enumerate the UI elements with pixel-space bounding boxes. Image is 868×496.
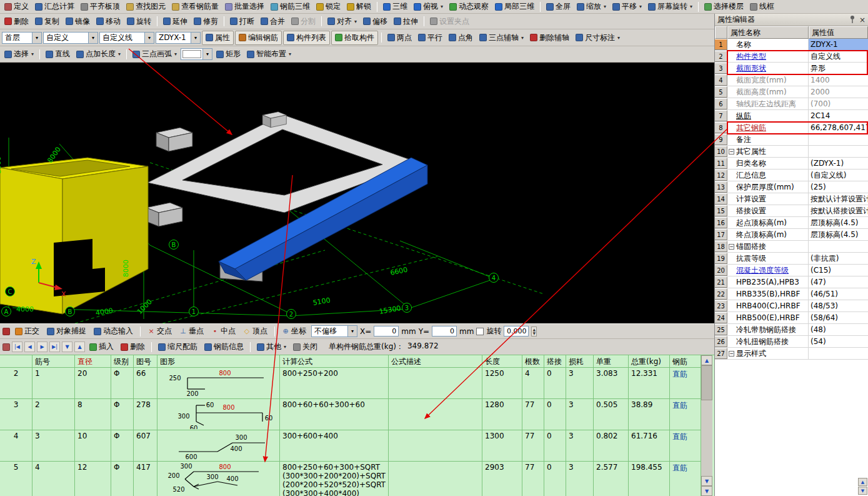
- property-row-number[interactable]: 8: [715, 122, 727, 133]
- select-floor-button[interactable]: 选择楼层: [702, 1, 746, 13]
- property-row-number[interactable]: 5: [715, 86, 727, 98]
- scrollbar-thumb[interactable]: [701, 365, 712, 400]
- property-name[interactable]: 搭接设置: [727, 205, 809, 216]
- property-row-number[interactable]: 15: [715, 205, 727, 216]
- category-combo[interactable]: 自定义▾: [43, 32, 98, 44]
- property-value[interactable]: (C15): [809, 265, 868, 276]
- extend-button[interactable]: 延伸: [161, 16, 190, 28]
- edit-rebar-button[interactable]: 编辑钢筋: [235, 31, 282, 45]
- move-prev-button[interactable]: ◀: [24, 342, 35, 352]
- property-value[interactable]: 2C14: [809, 110, 868, 121]
- yellow-channel-wall[interactable]: [0, 158, 148, 314]
- move-next-button[interactable]: ▶: [37, 342, 47, 352]
- dropdown-arrow-icon[interactable]: ▾: [144, 33, 154, 43]
- property-row-number[interactable]: 4: [715, 74, 727, 86]
- dropdown-arrow-icon[interactable]: ▾: [118, 51, 121, 57]
- property-name[interactable]: −锚固搭接: [727, 241, 809, 252]
- column-header-cell-pattern-number[interactable]: 图号: [134, 355, 157, 368]
- column-header-cell-loss[interactable]: 损耗(%): [566, 355, 594, 368]
- property-name[interactable]: 构件类型: [727, 51, 809, 62]
- move-first-button[interactable]: |◀: [12, 342, 22, 352]
- smart-layout-button[interactable]: 智能布置▾: [244, 48, 294, 60]
- property-value[interactable]: (48/53): [809, 300, 868, 311]
- dropdown-arrow-icon[interactable]: ▾: [289, 51, 291, 57]
- dropdown-arrow-icon[interactable]: ▾: [441, 4, 443, 9]
- screen-rotate-button[interactable]: 屏幕旋转▾: [646, 1, 695, 13]
- property-value[interactable]: [809, 146, 868, 157]
- property-row-number[interactable]: 12: [715, 170, 727, 181]
- rotate-check-spinner[interactable]: ▲▼: [531, 326, 537, 337]
- y-field-input[interactable]: 0: [432, 326, 457, 337]
- header-property-name[interactable]: 属性名称: [727, 26, 809, 39]
- rebar-info-button[interactable]: 钢筋信息: [202, 341, 246, 353]
- pick-element-button[interactable]: 拾取构件: [331, 31, 378, 45]
- mirror-button[interactable]: 镜像: [63, 16, 92, 28]
- property-name[interactable]: 混凝土强度等级: [727, 265, 809, 276]
- property-row-number[interactable]: 1: [715, 39, 727, 50]
- column-header-cell-length[interactable]: 长度(mm): [482, 355, 522, 368]
- delete-row-button[interactable]: 删除: [118, 341, 147, 353]
- unlock-button[interactable]: 解锁: [344, 1, 374, 13]
- property-panel-scroll-arrows[interactable]: ▲▼: [858, 478, 867, 495]
- property-name[interactable]: 终点顶标高(m): [727, 229, 809, 240]
- scale-rebar-button[interactable]: 缩尺配筋: [156, 341, 200, 353]
- pedestal-block-2[interactable]: [146, 203, 182, 226]
- property-name[interactable]: 纵筋: [727, 110, 809, 121]
- view-3d-button[interactable]: 三维: [381, 1, 410, 13]
- viewport-3d-canvas[interactable]: Z X: [0, 63, 714, 323]
- perpendicular-button[interactable]: ⊥垂点: [177, 325, 206, 337]
- dropdown-arrow-icon[interactable]: ▾: [191, 33, 200, 43]
- property-name[interactable]: −显示样式: [727, 348, 809, 359]
- property-value[interactable]: 层顶标高(4.5): [809, 217, 868, 228]
- row-header[interactable]: 4: [0, 430, 32, 462]
- align-button[interactable]: 对齐▾: [325, 16, 359, 28]
- three-point-arc-button[interactable]: 三点画弧▾: [130, 48, 179, 60]
- column-header-cell-rebar-type[interactable]: 钢筋: [670, 355, 701, 368]
- stretch-button[interactable]: 拉伸: [391, 16, 421, 28]
- rotate-check-checkbox[interactable]: [476, 328, 484, 335]
- move-last-button[interactable]: ▶|: [49, 342, 60, 352]
- property-name[interactable]: HRB335(B),HRBF: [727, 288, 809, 300]
- property-value[interactable]: (46/51): [809, 288, 868, 300]
- property-value[interactable]: 2000: [809, 86, 868, 98]
- column-header-cell-formula-desc[interactable]: 公式描述: [389, 355, 482, 368]
- lock-button[interactable]: 锁定: [314, 1, 343, 13]
- property-value[interactable]: (48): [809, 324, 868, 335]
- row-down-button[interactable]: ▼: [62, 342, 72, 352]
- property-value[interactable]: 按默认搭接设置计算: [809, 205, 868, 216]
- scroll-down2-icon[interactable]: ▼: [701, 486, 712, 496]
- property-name[interactable]: 抗震等级: [727, 253, 809, 264]
- property-row-number[interactable]: 16: [715, 217, 727, 228]
- select-tool-button[interactable]: 选择▾: [2, 48, 36, 60]
- property-name[interactable]: 冷轧带肋钢筋搭接: [727, 324, 809, 335]
- floor-combo[interactable]: 首层▾: [2, 32, 42, 44]
- property-name[interactable]: HPB235(A),HPB3: [727, 276, 809, 288]
- full-screen-button[interactable]: 全屏: [544, 1, 573, 13]
- property-row-number[interactable]: 19: [715, 253, 727, 264]
- property-value[interactable]: (47): [809, 276, 868, 288]
- column-header-cell-diameter[interactable]: 直径(mm): [75, 355, 111, 368]
- property-name[interactable]: 计算设置: [727, 193, 809, 205]
- property-name[interactable]: −其它属性: [727, 146, 809, 157]
- property-value[interactable]: [809, 134, 868, 145]
- point-plus-length-button[interactable]: 点加长度▾: [74, 48, 123, 60]
- dropdown-arrow-icon[interactable]: ▾: [604, 4, 606, 9]
- property-name[interactable]: 汇总信息: [727, 170, 809, 181]
- element-list-button[interactable]: 构件列表: [283, 31, 330, 45]
- collapse-icon[interactable]: −: [729, 149, 734, 154]
- property-name[interactable]: HRB500(E),HRBF: [727, 312, 809, 323]
- element-combo[interactable]: ZDYX-1▾: [156, 32, 201, 44]
- property-row-number[interactable]: 3: [715, 63, 727, 74]
- column-header-cell-shape[interactable]: 图形: [157, 355, 280, 368]
- two-point-button[interactable]: 两点: [385, 32, 414, 44]
- collapse-icon[interactable]: −: [729, 351, 734, 357]
- scroll-up-icon[interactable]: ▲: [701, 355, 712, 365]
- property-name[interactable]: 归类名称: [727, 158, 809, 169]
- intersection-button[interactable]: ×交点: [145, 325, 174, 337]
- property-row-number[interactable]: 11: [715, 158, 727, 169]
- zoom-button[interactable]: 缩放▾: [574, 1, 609, 13]
- property-value[interactable]: (自定义线): [809, 170, 868, 181]
- rotate-check-input[interactable]: 0.000: [504, 326, 529, 337]
- batch-select-button[interactable]: 批量选择: [222, 1, 267, 13]
- property-value[interactable]: 层顶标高(4.5): [809, 229, 868, 240]
